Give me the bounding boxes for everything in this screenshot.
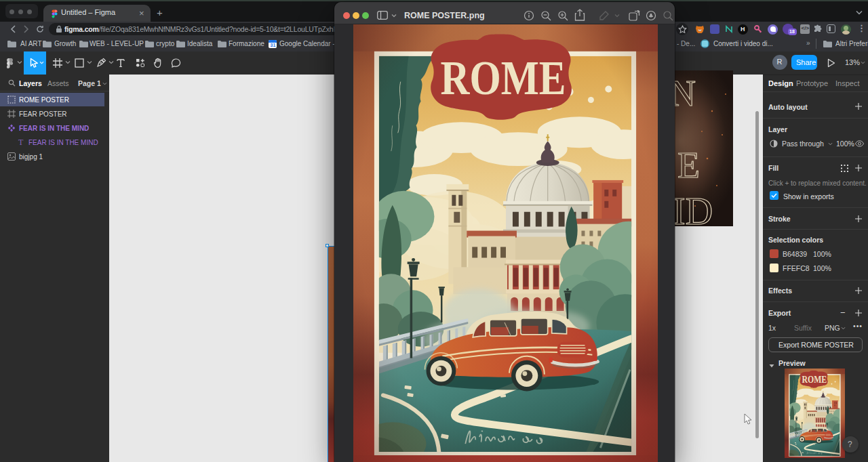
svg-text:ID: ID: [675, 190, 713, 226]
svg-text:E: E: [677, 145, 700, 186]
svg-text:N: N: [675, 73, 696, 114]
